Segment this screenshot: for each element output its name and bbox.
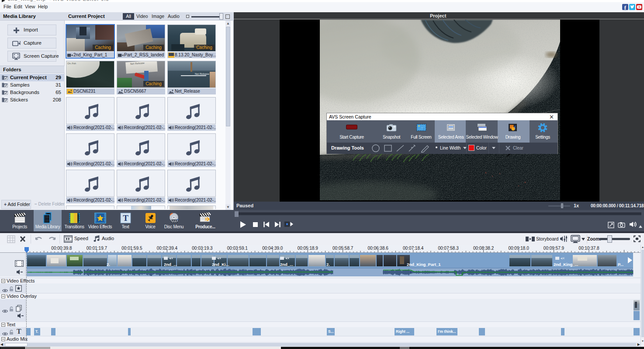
svg-text:2nd_Ki...: 2nd_Ki...: [212, 262, 229, 267]
svg-text:00:03:19.3: 00:03:19.3: [192, 246, 213, 251]
svg-text:T: T: [123, 213, 128, 223]
svg-text:2.: 2.: [326, 262, 330, 267]
svg-text:2nd_...: 2nd_...: [164, 262, 177, 267]
svg-text:00:06:38.6: 00:06:38.6: [368, 246, 389, 251]
svg-text:00:08:38.2: 00:08:38.2: [473, 246, 494, 251]
svg-text:00:04:39.0: 00:04:39.0: [262, 246, 283, 251]
svg-text:P...: P...: [618, 262, 623, 267]
svg-text:2nd_King_...: 2nd_King_...: [554, 262, 578, 267]
svg-text:00:07:58.3: 00:07:58.3: [438, 246, 459, 251]
svg-text:2nd_...: 2nd_...: [280, 262, 293, 267]
svg-text:00:03:59.1: 00:03:59.1: [227, 246, 248, 251]
svg-text:2.: 2.: [107, 262, 110, 267]
svg-text:00:05:18.9: 00:05:18.9: [298, 246, 319, 251]
svg-text:00:00:39.8: 00:00:39.8: [51, 246, 72, 251]
svg-text:00:05:58.7: 00:05:58.7: [332, 246, 353, 251]
svg-text:00:09:57.9: 00:09:57.9: [544, 246, 564, 251]
svg-text:00:07:18.4: 00:07:18.4: [403, 246, 424, 251]
svg-text:00:01:19.7: 00:01:19.7: [87, 246, 107, 251]
svg-text:2nd_King_Part_1: 2nd_King_Part_1: [407, 262, 441, 267]
svg-text:00:02:39.4: 00:02:39.4: [157, 246, 178, 251]
svg-text:00:01:59.5: 00:01:59.5: [121, 246, 142, 251]
svg-text:00:09:18.0: 00:09:18.0: [508, 246, 529, 251]
svg-text:00:10:37.8: 00:10:37.8: [578, 246, 599, 251]
